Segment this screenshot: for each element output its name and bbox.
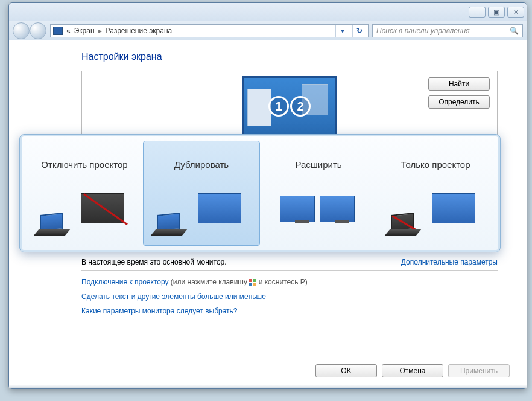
forward-button[interactable] — [30, 22, 46, 39]
connect-projector-link[interactable]: Подключение к проектору — [81, 278, 169, 286]
find-button[interactable]: Найти — [428, 77, 490, 91]
status-row: В настоящее время это основной монитор. … — [81, 258, 498, 271]
address-dropdown-button[interactable]: ▾ — [335, 25, 349, 37]
monitor-number-2: 2 — [290, 96, 311, 117]
projector-option-label: Расширить — [295, 152, 341, 176]
search-icon: 🔍 — [510, 27, 519, 35]
maximize-button[interactable]: ▣ — [488, 7, 505, 18]
breadcrumb-level1[interactable]: Экран — [74, 27, 95, 35]
projector-art-disconnect — [42, 192, 127, 234]
minimize-button[interactable]: — — [469, 7, 486, 18]
display-icon — [53, 27, 63, 35]
identify-button[interactable]: Определить — [428, 95, 490, 109]
address-bar[interactable]: « Экран ▸ Разрешение экрана ▾ ↻ — [50, 24, 369, 37]
projector-hint-b: и коснитесь P) — [259, 278, 308, 286]
dialog-buttons: OK Отмена Применить — [315, 364, 510, 377]
breadcrumb-level2[interactable]: Разрешение экрана — [106, 27, 173, 35]
ok-button[interactable]: OK — [315, 364, 377, 377]
search-placeholder: Поиск в панели управления — [376, 27, 470, 35]
address-row: « Экран ▸ Разрешение экрана ▾ ↻ Поиск в … — [9, 21, 527, 40]
breadcrumb-prefix: « — [66, 27, 71, 35]
close-button[interactable]: ✕ — [507, 7, 524, 18]
projector-art-extend — [276, 192, 361, 234]
projector-option-projector-only[interactable]: Только проектор — [377, 141, 494, 246]
projector-overlay: Отключить проектор Дублировать Расширить… — [19, 134, 501, 252]
titlebar: — ▣ ✕ — [9, 3, 527, 21]
preview-monitor[interactable]: 1 2 — [242, 76, 337, 136]
projector-option-duplicate[interactable]: Дублировать — [143, 141, 260, 246]
projector-option-disconnect[interactable]: Отключить проектор — [26, 141, 143, 246]
which-monitor-link[interactable]: Какие параметры монитора следует выбрать… — [81, 307, 498, 315]
display-preview-box: 1 2 Найти Определить — [81, 71, 498, 137]
cancel-button[interactable]: Отмена — [382, 364, 443, 377]
apply-button[interactable]: Применить — [448, 364, 510, 377]
footer-shadow — [9, 385, 527, 388]
projector-option-label: Только проектор — [401, 152, 470, 176]
projector-option-extend[interactable]: Расширить — [260, 141, 377, 246]
projector-art-projector-only — [393, 192, 478, 234]
projector-art-duplicate — [159, 192, 244, 234]
primary-monitor-status: В настоящее время это основной монитор. — [81, 258, 227, 266]
text-size-link[interactable]: Сделать текст и другие элементы больше и… — [81, 292, 498, 301]
nav-buttons — [13, 22, 46, 39]
monitor-number-1: 1 — [268, 96, 289, 117]
breadcrumb-sep: ▸ — [98, 27, 102, 35]
windows-key-icon — [249, 279, 256, 286]
advanced-settings-link[interactable]: Дополнительные параметры — [401, 258, 498, 266]
projector-hint-a: (или нажмите клавишу — [171, 278, 250, 286]
page-title: Настройки экрана — [81, 51, 498, 62]
address-refresh-button[interactable]: ↻ — [352, 25, 366, 37]
back-button[interactable] — [13, 22, 30, 39]
projector-option-label: Дублировать — [174, 152, 229, 176]
search-input[interactable]: Поиск в панели управления 🔍 — [372, 24, 523, 37]
projector-option-label: Отключить проектор — [41, 152, 127, 176]
links-block: Подключение к проектору (или нажмите кла… — [81, 278, 498, 315]
